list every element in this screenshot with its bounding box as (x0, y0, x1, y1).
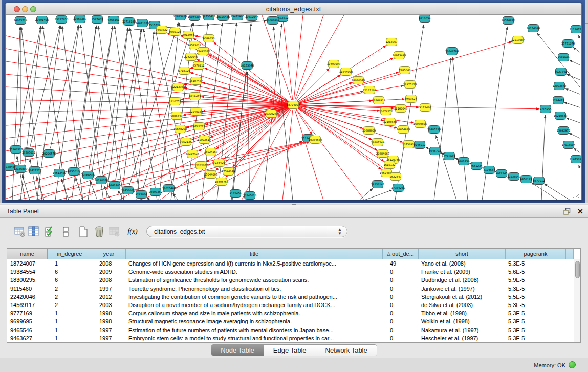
table-row[interactable]: 1830029562008Estimation of significance … (7, 276, 574, 284)
graph-node[interactable]: 10497093 (327, 60, 340, 68)
graph-node[interactable]: 16164912 (372, 97, 385, 104)
graph-node[interactable]: 11902517 (198, 136, 211, 144)
graph-edge[interactable] (102, 28, 128, 175)
graph-edge[interactable] (90, 181, 97, 200)
column-header-in_degree[interactable]: in_degree (48, 249, 92, 259)
graph-node[interactable]: 7234420 (213, 159, 225, 167)
graph-edge[interactable] (569, 60, 580, 65)
graph-node[interactable]: 9329966 (557, 54, 569, 61)
graph-node[interactable]: 16107437 (189, 77, 203, 85)
tab-network-table[interactable]: Network Table (316, 345, 377, 356)
tab-node-table[interactable]: Node Table (211, 345, 264, 356)
graph-node[interactable]: 17334261 (391, 184, 405, 192)
graph-node[interactable]: 15472905 (231, 15, 244, 20)
graph-node[interactable]: 25300271 (265, 110, 278, 118)
graph-node[interactable]: 19612044 (245, 15, 259, 21)
graph-node[interactable]: 8677012 (533, 177, 545, 185)
graph-node[interactable]: 1527602 (91, 16, 103, 24)
graph-edge[interactable] (6, 105, 288, 138)
table-row[interactable]: 946362711997Embryonic stem cells: a mode… (7, 334, 574, 342)
graph-edge[interactable] (61, 179, 69, 200)
graph-edge[interactable] (22, 175, 30, 200)
graph-node[interactable]: 12156809 (14, 165, 27, 173)
new-column-icon[interactable] (77, 225, 90, 238)
graph-edge[interactable] (190, 73, 288, 103)
graph-node[interactable]: 11675333 (570, 156, 581, 163)
graph-node[interactable]: 1213967 (385, 38, 397, 46)
graph-node[interactable]: 9742712 (193, 123, 205, 130)
graph-node[interactable]: 20597352 (149, 188, 162, 196)
graph-edge[interactable] (6, 106, 288, 177)
graph-node[interactable]: 15492312 (197, 48, 210, 55)
show-columns-icon[interactable] (27, 225, 40, 238)
graph-node[interactable]: 9245012 (413, 141, 425, 149)
graph-node[interactable]: 7752135 (180, 138, 191, 146)
graph-node[interactable]: 17016504 (562, 141, 576, 149)
graph-node[interactable]: 10497341 (186, 150, 199, 158)
graph-node[interactable]: 16405123 (427, 126, 441, 134)
graph-edge[interactable] (296, 109, 364, 200)
close-panel-icon[interactable]: ✕ (577, 207, 583, 215)
graph-edge[interactable] (565, 88, 580, 94)
graph-node[interactable]: 10674272 (379, 107, 393, 115)
graph-edge[interactable] (98, 26, 124, 200)
graph-edge[interactable] (282, 15, 293, 100)
window-resize-grip[interactable] (573, 191, 579, 198)
graph-node[interactable]: 7663822 (156, 26, 167, 34)
graph-edge[interactable] (231, 72, 247, 200)
graph-edge[interactable] (569, 133, 580, 138)
graph-node[interactable]: 12456062 (121, 187, 135, 194)
graph-edge[interactable] (298, 82, 352, 103)
graph-node[interactable]: 1615132 (383, 161, 395, 169)
graph-edge[interactable] (531, 183, 558, 200)
graph-edge[interactable] (295, 15, 323, 100)
graph-node[interactable]: 12262057 (194, 162, 208, 169)
function-builder-icon[interactable]: f(x) (126, 225, 139, 238)
table-row[interactable]: 1872400712008Changes of HCN gene express… (7, 259, 574, 268)
graph-edge[interactable] (121, 29, 142, 200)
deselect-all-icon[interactable] (59, 225, 73, 238)
graph-edge[interactable] (6, 105, 288, 113)
graph-edge[interactable] (115, 26, 140, 200)
graph-edge[interactable] (76, 177, 83, 200)
graph-edge[interactable] (130, 28, 157, 200)
graph-node[interactable]: 8576212 (192, 62, 204, 70)
table-row[interactable]: 977716911998Corpus callosum shape and si… (7, 309, 574, 317)
graph-edge[interactable] (452, 57, 468, 200)
column-header-out_de...[interactable]: △out_de... (383, 249, 419, 259)
column-header-title[interactable]: title (126, 249, 383, 259)
graph-node[interactable]: 12160043 (394, 105, 407, 113)
graph-node[interactable]: 20206576 (42, 150, 56, 158)
graph-node[interactable]: 16210643 (554, 112, 567, 120)
graph-edge[interactable] (12, 27, 20, 200)
graph-node[interactable]: 14671355 (136, 19, 149, 27)
graph-node[interactable]: 6791923 (443, 152, 455, 160)
graph-node[interactable]: 12213987 (511, 36, 525, 44)
graph-node[interactable]: 14055714 (14, 17, 28, 25)
graph-node[interactable]: 12106648 (383, 118, 397, 126)
graph-node[interactable]: 7651234 (470, 162, 483, 170)
column-header-name[interactable]: name (7, 249, 48, 259)
graph-node[interactable]: 6466161 (107, 16, 119, 24)
graph-edge[interactable] (579, 165, 580, 168)
graph-node[interactable]: 11544090 (339, 68, 353, 76)
graph-edge[interactable] (436, 135, 456, 200)
graph-edge[interactable] (159, 23, 180, 200)
graph-node[interactable]: 9450123 (520, 176, 532, 183)
graph-node[interactable]: 18724007 (287, 101, 300, 109)
graph-node[interactable]: 7485063 (399, 67, 410, 74)
graph-edge[interactable] (566, 118, 580, 123)
graph-edge[interactable] (37, 176, 44, 200)
graph-node[interactable]: 12093872 (553, 82, 566, 90)
table-row[interactable]: 1456911722003Disruption of a novel membe… (7, 301, 574, 309)
graph-node[interactable]: 20153346 (241, 62, 254, 70)
graph-node[interactable]: 1810755 (169, 98, 181, 105)
graph-node[interactable]: 9912345 (495, 170, 507, 178)
graph-edge[interactable] (541, 115, 545, 200)
graph-node[interactable]: 16024153 (204, 148, 217, 156)
graph-node[interactable]: 25266526 (9, 146, 23, 154)
graph-edge[interactable] (6, 106, 288, 151)
graph-edge[interactable] (17, 156, 25, 200)
graph-node[interactable]: 9886543 (170, 112, 182, 120)
graph-node[interactable]: 9215955 (539, 105, 551, 113)
